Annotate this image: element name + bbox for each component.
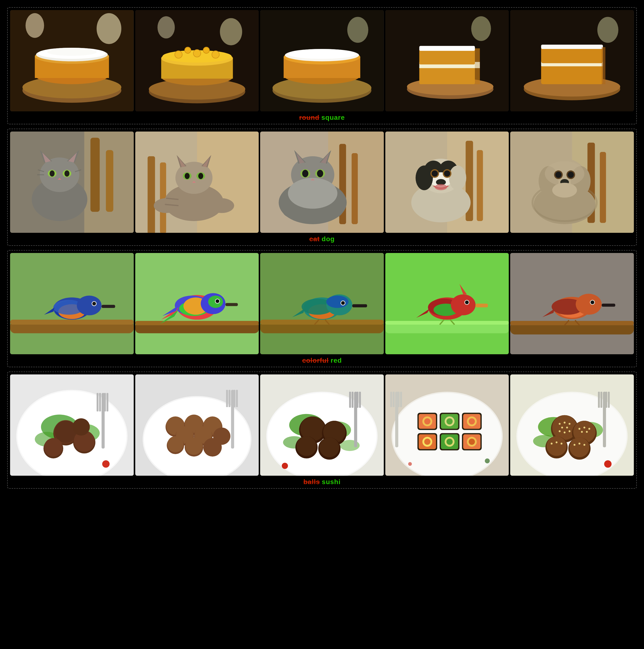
svg-rect-144 [10,320,134,325]
svg-point-195 [465,301,469,304]
svg-point-118 [415,165,433,190]
svg-rect-346 [601,392,602,408]
cake-strikethrough-label: round [299,114,319,121]
svg-point-85 [198,173,203,179]
cat-image-3 [260,132,384,233]
food-replacement-label: sushi [322,478,340,485]
bird-image-1 [10,253,134,354]
bird-image-5 [510,253,634,354]
food-strikethrough-label: balls [304,478,320,485]
svg-point-329 [579,428,580,430]
svg-point-283 [424,418,431,425]
cat-image-2 [135,132,259,233]
svg-point-342 [579,443,580,444]
svg-rect-158 [135,321,259,325]
dog-image-2 [510,132,634,233]
svg-rect-43 [475,62,480,68]
svg-point-2 [26,13,44,38]
svg-point-310 [408,462,412,466]
svg-point-97 [288,178,337,209]
svg-point-320 [564,422,566,424]
svg-point-325 [564,432,566,433]
svg-point-276 [282,463,288,469]
svg-point-321 [569,423,571,425]
svg-point-21 [193,50,201,57]
cake-image-row [10,10,634,112]
svg-point-250 [203,438,222,457]
svg-point-287 [447,418,453,425]
svg-point-323 [566,427,568,428]
svg-rect-348 [608,392,610,408]
svg-rect-41 [419,46,475,51]
food-image-5 [510,375,634,476]
svg-point-309 [485,459,490,464]
svg-point-125 [435,184,447,190]
svg-point-119 [449,165,466,190]
svg-point-26 [347,17,368,43]
svg-rect-227 [96,393,98,412]
svg-point-22 [212,51,219,58]
food-image-4 [385,375,509,476]
svg-rect-50 [541,47,603,63]
svg-point-138 [555,172,562,178]
svg-point-66 [50,170,55,177]
svg-point-338 [561,443,563,444]
svg-rect-206 [602,304,615,307]
svg-point-295 [424,438,431,445]
food-image-3 [260,375,384,476]
svg-point-181 [341,301,345,305]
dog-image-1 [385,132,509,233]
svg-rect-253 [229,390,230,407]
svg-point-191 [451,294,476,315]
svg-rect-165 [225,303,238,306]
svg-rect-52 [602,47,605,84]
svg-point-45 [597,17,618,43]
svg-point-343 [583,444,586,446]
svg-point-225 [73,418,90,436]
svg-point-139 [568,172,574,178]
svg-point-107 [283,206,305,218]
svg-rect-345 [598,392,600,408]
bird-image-3 [260,253,384,354]
svg-point-268 [297,436,316,456]
svg-rect-252 [226,390,228,407]
svg-point-1 [96,13,121,44]
svg-rect-187 [385,321,509,324]
svg-point-123 [444,170,450,177]
svg-rect-275 [359,392,361,408]
svg-point-224 [44,438,63,457]
svg-point-231 [102,460,110,468]
svg-point-332 [581,431,583,433]
svg-point-149 [77,296,102,315]
food-image-2 [135,375,259,476]
svg-rect-38 [419,66,475,84]
svg-rect-75 [160,163,166,233]
svg-rect-129 [600,152,606,223]
cake-image-4 [385,10,509,112]
svg-point-108 [320,206,343,218]
svg-point-10 [47,48,96,56]
svg-rect-48 [541,64,603,84]
svg-point-337 [556,441,558,443]
svg-point-322 [561,427,563,428]
bird-row-label: colorfulred [10,357,634,364]
cake-image-3 [260,10,384,112]
svg-rect-74 [148,156,155,233]
svg-rect-57 [106,150,113,212]
svg-point-105 [317,170,323,177]
cake-image-1 [10,10,134,112]
svg-point-205 [576,294,602,315]
svg-point-303 [469,438,475,445]
svg-point-167 [215,299,219,303]
svg-point-208 [591,301,594,304]
cake-image-5 [510,10,634,112]
food-image-row [10,375,634,476]
svg-point-247 [167,436,183,452]
svg-rect-173 [260,320,384,325]
food-row-section: ballssushi [7,372,637,489]
bird-row-section: colorfulred [7,250,637,367]
bird-image-row [10,253,634,354]
catdog-image-row [10,132,634,233]
catdog-strikethrough-label: cat [309,235,320,243]
svg-rect-347 [606,392,607,408]
